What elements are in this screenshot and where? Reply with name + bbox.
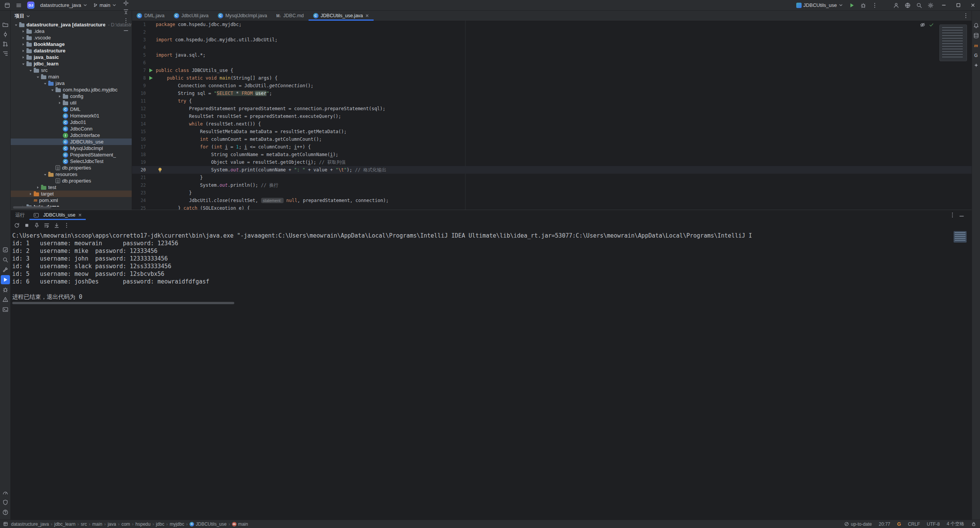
line-number[interactable]: 7 [132, 67, 146, 74]
console-scroll-preview[interactable] [954, 231, 967, 243]
project-panel-title[interactable]: 项目 [15, 13, 24, 20]
line-number[interactable]: 9 [132, 82, 146, 90]
status-indent-style[interactable]: 4 个空格 [947, 521, 964, 527]
ai-icon[interactable] [972, 61, 980, 70]
status-file-encoding[interactable]: UTF-8 [927, 521, 940, 527]
code-line-2[interactable]: 2 [132, 28, 972, 36]
line-number[interactable]: 24 [132, 197, 146, 204]
chevron-collapsed-icon[interactable] [20, 54, 26, 60]
tree-item-target[interactable]: target [11, 191, 132, 197]
status-git-sync-status[interactable]: up-to-date [844, 521, 872, 527]
code-line-9[interactable]: 9 Connection connection = JdbcUtil.getCo… [132, 82, 972, 90]
pull-requests-icon[interactable] [1, 39, 10, 49]
code-line-21[interactable]: 21 } [132, 174, 972, 181]
breadcrumb-com[interactable]: com [121, 521, 130, 527]
inspections-widget[interactable] [920, 22, 934, 28]
line-number[interactable]: 20 [132, 166, 146, 174]
console-output[interactable]: C:\Users\meowrain\scoop\apps\corretto17-… [11, 231, 949, 512]
tree-item-datastructure[interactable]: datastructure [11, 47, 132, 54]
code-line-19[interactable]: 19 Object value = resultSet.getObject(i)… [132, 158, 972, 166]
close-button[interactable] [965, 0, 980, 10]
code-line-5[interactable]: 5import java.sql.*; [132, 51, 972, 59]
tree-item-vscode[interactable]: .vscode [11, 34, 132, 41]
code-line-10[interactable]: 10 String sql = "SELECT * FROM user"; [132, 90, 972, 97]
tree-item-jdbc-learn[interactable]: jdbc_learn [11, 60, 132, 67]
editor-tab-dml-java[interactable]: CDML.java [132, 11, 169, 21]
breadcrumb-src[interactable]: src [81, 521, 87, 527]
more-icon[interactable] [62, 221, 71, 230]
tree-item-jdbcinterface[interactable]: IJdbcInterface [11, 132, 132, 139]
chevron-collapsed-icon[interactable] [20, 28, 26, 34]
structure-icon[interactable] [1, 49, 10, 58]
locate-icon[interactable] [122, 0, 130, 7]
line-number[interactable]: 2 [132, 28, 146, 36]
more-icon[interactable] [948, 210, 957, 220]
tree-item-src[interactable]: src [11, 67, 132, 73]
tree-item-mysqljdbcimpl[interactable]: CMysqlJdbcImpl [11, 145, 132, 152]
editor-tab-jdbcutil-java[interactable]: CJdbcUtil.java [169, 11, 213, 21]
search-everywhere-icon[interactable] [913, 0, 925, 10]
chevron-collapsed-icon[interactable] [35, 184, 41, 190]
code-line-25[interactable]: 25 } catch (SQLException e) { [132, 204, 972, 210]
code-line-6[interactable]: 6 [132, 59, 972, 67]
tree-item-util[interactable]: util [11, 99, 132, 106]
status-plugin-g[interactable]: G [897, 521, 901, 527]
coverage-icon[interactable] [1, 498, 10, 507]
line-number[interactable]: 6 [132, 59, 146, 67]
breadcrumb-hspedu[interactable]: hspedu [136, 521, 150, 527]
breadcrumb-java[interactable]: java [108, 521, 116, 527]
profiler-icon[interactable] [1, 488, 10, 497]
chevron-expanded-icon[interactable] [42, 80, 48, 86]
translation-icon[interactable] [902, 0, 913, 10]
line-number[interactable]: 22 [132, 181, 146, 189]
terminal-icon[interactable] [1, 305, 10, 314]
tree-item-db-properties[interactable]: db.properties [11, 178, 132, 184]
code-line-13[interactable]: 13 ResultSet resultSet = preparedStateme… [132, 112, 972, 120]
line-number[interactable]: 4 [132, 44, 146, 51]
tree-item-homework01[interactable]: CHomework01 [11, 112, 132, 119]
tree-item-dml[interactable]: CDML [11, 106, 132, 112]
maven-icon[interactable]: m [972, 41, 980, 50]
code-with-me-icon[interactable] [890, 0, 902, 10]
chevron-collapsed-icon[interactable] [20, 48, 26, 54]
help-icon[interactable] [1, 508, 10, 517]
line-number[interactable]: 1 [132, 21, 146, 28]
breadcrumb-jdbc[interactable]: jdbc [156, 521, 164, 527]
chevron-expanded-icon[interactable] [42, 171, 48, 177]
commit-icon[interactable] [1, 30, 10, 39]
soft-wrap-icon[interactable] [42, 221, 51, 230]
tree-item-db-properties[interactable]: db.properties [11, 165, 132, 171]
tree-item-preparedstatement[interactable]: CPreparedStatement_ [11, 152, 132, 158]
tree-item-pom-xml[interactable]: mpom.xml [11, 197, 132, 204]
chevron-expanded-icon[interactable] [28, 67, 33, 73]
project-selector[interactable]: datastructure_java [37, 1, 90, 10]
code-line-22[interactable]: 22 System.out.println(); // 换行 [132, 181, 972, 189]
collapse-icon[interactable] [122, 8, 130, 16]
run-button[interactable] [846, 0, 858, 10]
code-line-12[interactable]: 12 PreparedStatement preparedStatement =… [132, 105, 972, 112]
debug-button[interactable] [858, 0, 869, 10]
close-tab-icon[interactable] [78, 213, 82, 217]
chevron-collapsed-icon[interactable] [57, 100, 62, 106]
database-icon[interactable] [972, 31, 980, 40]
code-line-15[interactable]: 15 ResultSetMetaData metaData = resultSe… [132, 128, 972, 135]
notifications-icon[interactable] [972, 21, 980, 30]
minimize-button[interactable] [936, 0, 951, 10]
run-config-selector[interactable]: JDBCUtils_use [793, 1, 846, 10]
tree-item-java[interactable]: java [11, 80, 132, 86]
line-number[interactable]: 8 [132, 74, 146, 82]
app-window-icon[interactable] [2, 0, 13, 10]
tree-item-resources[interactable]: resources [11, 171, 132, 178]
line-number[interactable]: 14 [132, 120, 146, 128]
breadcrumb-jdbcutils-use[interactable]: CJDBCUtils_use [189, 521, 227, 527]
project-hscrollbar[interactable] [13, 206, 51, 209]
code-line-8[interactable]: 8 public static void main(String[] args)… [132, 74, 972, 82]
tree-item-config[interactable]: config [11, 93, 132, 99]
code-line-17[interactable]: 17 for (int i = 1; i <= columnCount; i++… [132, 143, 972, 151]
scroll-end-icon[interactable] [52, 221, 61, 230]
line-number[interactable]: 12 [132, 105, 146, 112]
code-line-1[interactable]: 1package com.hspedu.jdbc.myjdbc; [132, 21, 972, 28]
chevron-collapsed-icon[interactable] [20, 41, 26, 47]
intention-bulb-icon[interactable] [157, 167, 163, 173]
tree-item-idea[interactable]: .idea [11, 28, 132, 34]
